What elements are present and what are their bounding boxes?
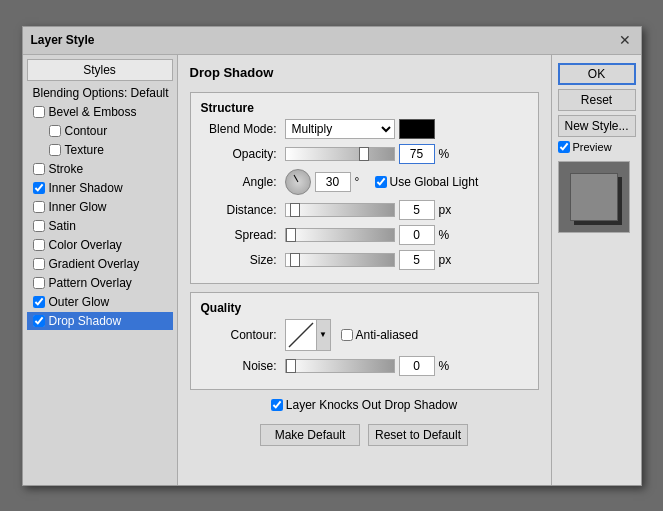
sidebar-item-outer-glow[interactable]: Outer Glow: [27, 293, 173, 311]
anti-aliased-checkbox[interactable]: [341, 329, 353, 341]
pattern-overlay-label: Pattern Overlay: [49, 276, 132, 290]
spread-row: Spread: %: [201, 225, 528, 245]
quality-title: Quality: [201, 301, 528, 315]
angle-input[interactable]: [315, 172, 351, 192]
noise-slider[interactable]: [285, 359, 395, 373]
dialog-body: Styles Blending Options: Default Bevel &…: [23, 55, 641, 485]
sidebar-item-bevel-emboss[interactable]: Bevel & Emboss: [27, 103, 173, 121]
sidebar-item-satin[interactable]: Satin: [27, 217, 173, 235]
use-global-light-checkbox[interactable]: [375, 176, 387, 188]
pattern-overlay-checkbox[interactable]: [33, 277, 45, 289]
inner-glow-label: Inner Glow: [49, 200, 107, 214]
sidebar-item-blending-options[interactable]: Blending Options: Default: [27, 84, 173, 102]
layer-style-dialog: Layer Style ✕ Styles Blending Options: D…: [22, 26, 642, 486]
anti-aliased-label[interactable]: Anti-aliased: [341, 328, 419, 342]
size-input[interactable]: [399, 250, 435, 270]
svg-line-0: [289, 323, 313, 347]
preview-inner: [570, 173, 618, 221]
sidebar-item-pattern-overlay[interactable]: Pattern Overlay: [27, 274, 173, 292]
sidebar-item-drop-shadow[interactable]: Drop Shadow: [27, 312, 173, 330]
blending-options-label: Blending Options: Default: [33, 86, 169, 100]
texture-label: Texture: [65, 143, 104, 157]
opacity-input[interactable]: [399, 144, 435, 164]
inner-shadow-checkbox[interactable]: [33, 182, 45, 194]
layer-knocks-label[interactable]: Layer Knocks Out Drop Shadow: [271, 398, 457, 412]
noise-label: Noise:: [201, 359, 281, 373]
bevel-emboss-checkbox[interactable]: [33, 106, 45, 118]
blend-mode-label: Blend Mode:: [201, 122, 281, 136]
sidebar-item-contour[interactable]: Contour: [27, 122, 173, 140]
new-style-button[interactable]: New Style...: [558, 115, 636, 137]
spread-slider[interactable]: [285, 228, 395, 242]
contour-curve-icon: [287, 321, 315, 349]
sidebar-item-stroke[interactable]: Stroke: [27, 160, 173, 178]
satin-checkbox[interactable]: [33, 220, 45, 232]
right-panel: OK Reset New Style... Preview: [551, 55, 641, 485]
angle-row: Angle: ° Use Global Light: [201, 169, 528, 195]
dialog-title: Layer Style: [31, 33, 95, 47]
bevel-emboss-label: Bevel & Emboss: [49, 105, 137, 119]
contour-label: Contour: [65, 124, 108, 138]
contour-dropdown-button[interactable]: ▼: [317, 319, 331, 351]
spread-unit: %: [439, 228, 455, 242]
satin-label: Satin: [49, 219, 76, 233]
reset-button[interactable]: Reset: [558, 89, 636, 111]
angle-hand: [293, 174, 298, 181]
contour-label: Contour:: [201, 328, 281, 342]
contour-preview[interactable]: [285, 319, 317, 351]
size-unit: px: [439, 253, 455, 267]
sidebar-header: Styles: [27, 59, 173, 81]
distance-row: Distance: px: [201, 200, 528, 220]
preview-box: [558, 161, 630, 233]
structure-title: Structure: [201, 101, 528, 115]
sidebar-item-color-overlay[interactable]: Color Overlay: [27, 236, 173, 254]
texture-checkbox[interactable]: [49, 144, 61, 156]
opacity-row: Opacity: %: [201, 144, 528, 164]
spread-input[interactable]: [399, 225, 435, 245]
stroke-checkbox[interactable]: [33, 163, 45, 175]
size-slider[interactable]: [285, 253, 395, 267]
color-overlay-checkbox[interactable]: [33, 239, 45, 251]
inner-shadow-label: Inner Shadow: [49, 181, 123, 195]
distance-slider[interactable]: [285, 203, 395, 217]
distance-input[interactable]: [399, 200, 435, 220]
drop-shadow-checkbox[interactable]: [33, 315, 45, 327]
title-bar: Layer Style ✕: [23, 27, 641, 55]
color-overlay-label: Color Overlay: [49, 238, 122, 252]
drop-shadow-label: Drop Shadow: [49, 314, 122, 328]
preview-label[interactable]: Preview: [558, 141, 635, 153]
sidebar-item-inner-glow[interactable]: Inner Glow: [27, 198, 173, 216]
layer-knocks-checkbox[interactable]: [271, 399, 283, 411]
make-default-button[interactable]: Make Default: [260, 424, 360, 446]
blend-mode-row: Blend Mode: Multiply Normal Dissolve Dar…: [201, 119, 528, 139]
sidebar-item-texture[interactable]: Texture: [27, 141, 173, 159]
spread-label: Spread:: [201, 228, 281, 242]
noise-input[interactable]: [399, 356, 435, 376]
angle-dial[interactable]: [285, 169, 311, 195]
sidebar-item-inner-shadow[interactable]: Inner Shadow: [27, 179, 173, 197]
blend-color-swatch[interactable]: [399, 119, 435, 139]
outer-glow-checkbox[interactable]: [33, 296, 45, 308]
reset-default-button[interactable]: Reset to Default: [368, 424, 468, 446]
quality-panel: Quality Contour: ▼ Anti-alia: [190, 292, 539, 390]
ok-button[interactable]: OK: [558, 63, 636, 85]
bottom-buttons: Make Default Reset to Default: [190, 424, 539, 446]
close-button[interactable]: ✕: [617, 32, 633, 48]
stroke-label: Stroke: [49, 162, 84, 176]
preview-checkbox[interactable]: [558, 141, 570, 153]
contour-checkbox[interactable]: [49, 125, 61, 137]
opacity-unit: %: [439, 147, 455, 161]
noise-unit: %: [439, 359, 455, 373]
noise-row: Noise: %: [201, 356, 528, 376]
gradient-overlay-label: Gradient Overlay: [49, 257, 140, 271]
inner-glow-checkbox[interactable]: [33, 201, 45, 213]
structure-panel: Structure Blend Mode: Multiply Normal Di…: [190, 92, 539, 284]
section-title: Drop Shadow: [190, 65, 539, 80]
blend-mode-select[interactable]: Multiply Normal Dissolve Darken: [285, 119, 395, 139]
opacity-slider[interactable]: [285, 147, 395, 161]
use-global-light-label[interactable]: Use Global Light: [375, 175, 479, 189]
angle-label: Angle:: [201, 175, 281, 189]
contour-row: Contour: ▼ Anti-aliased: [201, 319, 528, 351]
sidebar-item-gradient-overlay[interactable]: Gradient Overlay: [27, 255, 173, 273]
gradient-overlay-checkbox[interactable]: [33, 258, 45, 270]
